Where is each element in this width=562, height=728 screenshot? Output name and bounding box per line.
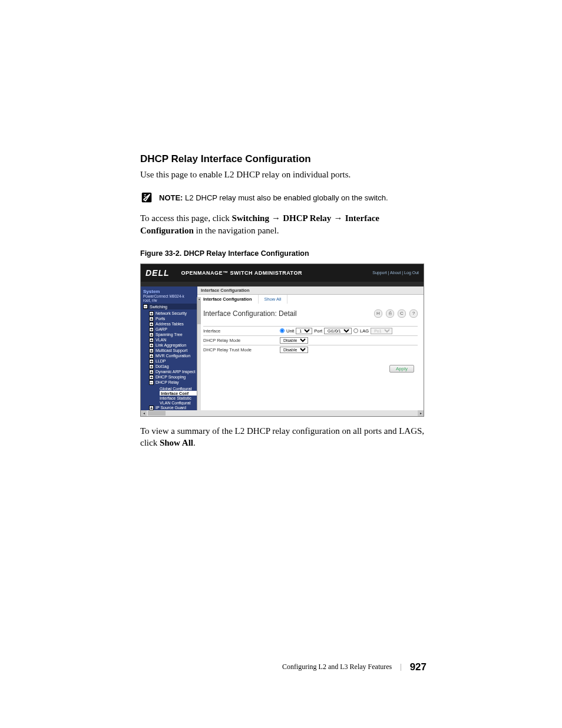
nav-item[interactable]: +GARP [149,327,197,332]
interface-label: Interface [203,328,280,334]
nav-item[interactable]: +Multicast Support [149,348,197,353]
panel-title: Interface Configuration: Detail [203,309,297,318]
intro-paragraph: Use this page to enable L2 DHCP relay on… [140,169,427,180]
main-panel: Interface Configuration Interface Config… [197,286,424,410]
access-path2: DHCP Relay [283,213,331,223]
top-links[interactable]: Support | About | Log Out [372,271,419,275]
footer-pagenum: 927 [410,661,427,673]
access-lead: To access this page, click [140,213,232,223]
tab-interface-configuration[interactable]: Interface Configuration [197,295,259,304]
page-footer: Configuring L2 and L3 Relay Features | 9… [0,508,562,697]
plus-icon[interactable]: + [149,406,154,410]
nav-item[interactable]: +Address Tables [149,321,197,327]
footer-divider: | [400,663,401,671]
tab-show-all[interactable]: Show All [259,295,288,304]
screenshot-frame: DELL OPENMANAGE™ SWITCH ADMINISTRATOR Su… [140,263,424,417]
plus-icon[interactable]: + [149,359,154,364]
figure-caption: Figure 33-2. DHCP Relay Interface Config… [140,249,427,258]
nav-item[interactable]: +Link Aggregation [149,342,197,348]
help-icon[interactable]: ? [409,309,418,318]
hscroll-thumb[interactable] [148,411,166,416]
lag-select[interactable]: Po1 [371,328,392,334]
tab-strip: Interface Configuration Show All [197,295,424,304]
plus-icon[interactable]: + [149,327,154,332]
section-heading: DHCP Relay Interface Configuration [140,153,427,165]
nav-switching[interactable]: −Switching [143,304,197,309]
relay-mode-label: DHCP Relay Mode [203,338,280,343]
footer-label: Configuring L2 and L3 Relay Features [282,663,392,671]
minus-icon[interactable]: − [149,380,154,385]
form-row-interface: Interface Unit 1 Port Gi1/0/1 LAG Po1 [203,326,418,335]
trust-mode-select[interactable]: Disable [280,347,308,353]
nav-item[interactable]: +VLAN [149,337,197,342]
nav-item[interactable]: +DHCP Snooping [149,374,197,380]
plus-icon[interactable]: + [149,343,154,348]
nav-item[interactable]: +IP Source Guard [149,405,197,410]
nav-device: PowerConnect M8024-k [143,294,197,298]
plus-icon[interactable]: + [149,317,154,321]
product-title: OPENMANAGE™ SWITCH ADMINISTRATOR [181,270,302,276]
form-row-relay-mode: DHCP Relay Mode Disable [203,335,418,345]
plus-icon[interactable]: + [149,348,154,353]
access-tail: in the navigation panel. [194,226,279,235]
nav-item[interactable]: +Network Security [149,311,197,316]
access-paragraph: To access this page, click Switching → D… [140,212,427,236]
post-tail: . [193,438,196,447]
nav-user: root, r/w [143,298,197,302]
note-block: NOTE: L2 DHCP relay must also be enabled… [140,191,427,204]
breadcrumb: Interface Configuration [197,286,424,295]
access-arrow1: → [269,213,283,223]
note-prefix: NOTE: [159,193,183,202]
dell-logo: DELL [146,268,170,278]
interface-unit-radio[interactable] [280,328,285,333]
print-icon[interactable]: ⎙ [386,309,394,318]
access-arrow2: → [331,213,345,223]
interface-lag-radio[interactable] [353,328,358,333]
nav-subitem[interactable]: Global Configurat [160,386,197,391]
refresh-icon[interactable]: C [398,309,406,318]
post-paragraph: To view a summary of the L2 DHCP relay c… [140,425,427,449]
plus-icon[interactable]: + [149,322,154,327]
save-icon[interactable]: H [374,309,382,318]
panel-title-row: Interface Configuration: Detail H ⎙ C ? [203,309,418,318]
screenshot-topbar: DELL OPENMANAGE™ SWITCH ADMINISTRATOR Su… [141,264,424,282]
plus-icon[interactable]: + [149,338,154,342]
form-row-trust-mode: DHCP Relay Trust Mode Disable [203,345,418,354]
plus-icon[interactable]: + [149,354,154,358]
nav-item[interactable]: +Ports [149,316,197,321]
note-text: NOTE: L2 DHCP relay must also be enabled… [159,193,388,202]
hscroll-right-icon[interactable]: ▸ [418,410,424,416]
nav-item[interactable]: +LLDP [149,358,197,364]
plus-icon[interactable]: + [149,370,154,374]
plus-icon[interactable]: + [149,311,154,316]
access-path1: Switching [232,213,269,223]
nav-item[interactable]: −DHCP Relay [149,380,197,385]
apply-button[interactable]: Apply [389,365,414,373]
note-icon [140,191,153,204]
nav-subitem[interactable]: VLAN Configurat [160,400,197,405]
nav-item[interactable]: +Dynamic ARP Inspect [149,369,197,374]
nav-hscrollbar[interactable]: ◂ ▸ [141,410,424,416]
port-select[interactable]: Gi1/0/1 [324,328,352,334]
plus-icon[interactable]: + [149,332,154,337]
nav-subitem[interactable]: Interface Statistic [160,396,197,400]
plus-icon[interactable]: + [149,364,154,369]
hscroll-left-icon[interactable]: ◂ [141,410,147,416]
unit-select[interactable]: 1 [296,328,312,334]
nav-subitem[interactable]: Interface Conf [160,391,200,396]
note-body: L2 DHCP relay must also be enabled globa… [183,193,388,202]
post-bold: Show All [160,438,193,447]
plus-icon[interactable]: + [149,375,154,380]
nav-item[interactable]: +Spanning Tree [149,332,197,337]
nav-system[interactable]: System [143,289,197,294]
nav-item[interactable]: +Dot1ag [149,364,197,369]
nav-item[interactable]: +MVR Configuration [149,353,197,358]
relay-mode-select[interactable]: Disable [280,337,308,344]
trust-mode-label: DHCP Relay Trust Mode [203,347,280,353]
nav-tree[interactable]: System PowerConnect M8024-k root, r/w −S… [141,286,197,410]
